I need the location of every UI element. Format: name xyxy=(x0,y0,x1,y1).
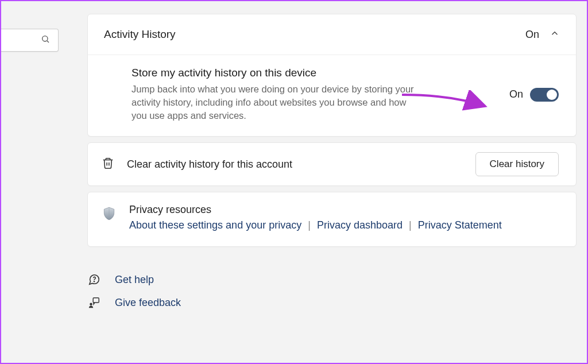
store-text: Store my activity history on this device… xyxy=(131,67,419,122)
store-toggle-group: On xyxy=(509,88,559,102)
privacy-about-link[interactable]: About these settings and your privacy xyxy=(129,219,301,231)
section-status: On xyxy=(525,29,539,41)
clear-history-button[interactable]: Clear history xyxy=(475,152,559,176)
search-input-container[interactable] xyxy=(1,29,59,52)
settings-content: Activity History On Store my activity hi… xyxy=(87,14,577,309)
chevron-up-icon xyxy=(550,28,560,41)
shield-icon xyxy=(102,206,117,221)
give-feedback-label: Give feedback xyxy=(115,297,181,309)
clear-history-card: Clear activity history for this account … xyxy=(87,142,577,186)
activity-history-header[interactable]: Activity History On xyxy=(87,14,577,55)
privacy-statement-link[interactable]: Privacy Statement xyxy=(418,219,502,231)
separator: | xyxy=(308,219,311,231)
get-help-link[interactable]: Get help xyxy=(87,273,577,286)
section-title: Activity History xyxy=(104,28,176,41)
svg-line-1 xyxy=(47,41,49,42)
svg-point-0 xyxy=(42,36,48,41)
privacy-text: Privacy resources About these settings a… xyxy=(129,204,502,231)
store-heading: Store my activity history on this device xyxy=(131,67,419,79)
svg-point-4 xyxy=(94,281,94,282)
toggle-knob xyxy=(547,90,557,100)
store-description: Jump back into what you were doing on yo… xyxy=(131,83,419,122)
give-feedback-link[interactable]: Give feedback xyxy=(87,296,577,309)
search-icon xyxy=(41,34,50,46)
privacy-links: About these settings and your privacy | … xyxy=(129,219,502,231)
privacy-dashboard-link[interactable]: Privacy dashboard xyxy=(317,219,403,231)
privacy-resources-card: Privacy resources About these settings a… xyxy=(87,192,577,247)
help-icon xyxy=(87,273,101,286)
footer-links: Get help Give feedback xyxy=(87,273,577,309)
clear-history-label: Clear activity history for this account xyxy=(127,158,292,171)
store-activity-card: Store my activity history on this device… xyxy=(87,55,577,137)
store-activity-toggle[interactable] xyxy=(530,88,559,102)
trash-icon xyxy=(102,157,114,172)
get-help-label: Get help xyxy=(115,274,154,286)
clear-left: Clear activity history for this account xyxy=(102,157,292,172)
header-right: On xyxy=(525,28,560,41)
svg-rect-5 xyxy=(93,298,99,303)
toggle-state-label: On xyxy=(509,88,523,100)
privacy-title: Privacy resources xyxy=(129,204,502,216)
feedback-icon xyxy=(87,296,101,309)
separator: | xyxy=(409,219,412,231)
svg-point-6 xyxy=(90,303,92,305)
